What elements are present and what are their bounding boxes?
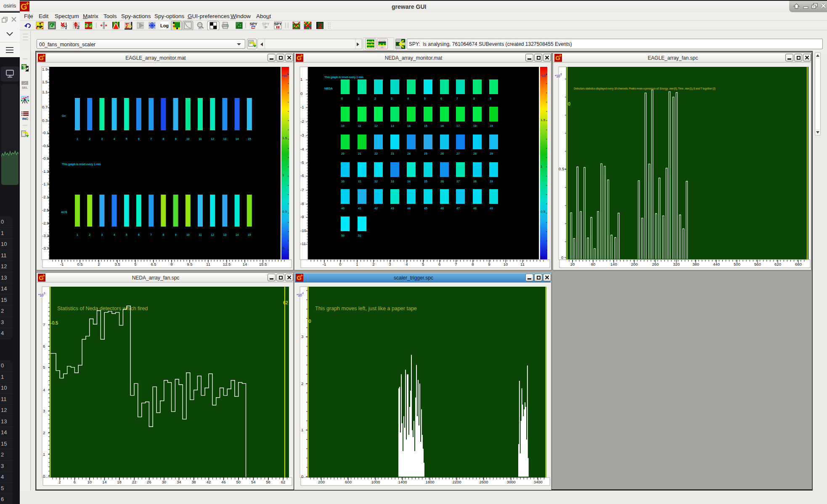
svg-text:5: 5: [424, 97, 426, 100]
svg-text:19: 19: [490, 124, 493, 127]
svg-text:28: 28: [473, 152, 477, 155]
svg-text:8: 8: [560, 73, 562, 76]
svg-text:9: 9: [490, 97, 491, 100]
svg-text:+: +: [559, 54, 562, 58]
svg-text:7: 7: [150, 137, 152, 140]
svg-text:23: 23: [391, 152, 394, 155]
svg-text:SPY: SPY: [249, 22, 257, 26]
svg-text:-2.9: -2.9: [42, 221, 49, 225]
svg-text:This graph moves left, just li: This graph moves left, just like a paper…: [315, 306, 417, 311]
svg-text:2: 2: [89, 137, 90, 140]
svg-text:13: 13: [223, 137, 227, 140]
svg-text:+: +: [300, 274, 303, 278]
svg-text:S: S: [23, 66, 26, 70]
svg-text:5: 5: [43, 365, 45, 369]
svg-text:62: 62: [283, 300, 288, 305]
svg-text:4: 4: [287, 73, 289, 76]
svg-text:2: 2: [89, 233, 90, 236]
svg-text:11: 11: [199, 137, 202, 140]
svg-text:8: 8: [162, 233, 164, 236]
svg-text:0: 0: [43, 474, 45, 478]
svg-text:INC: INC: [22, 117, 28, 121]
svg-text:0: 0: [568, 101, 570, 106]
svg-text:10: 10: [341, 124, 345, 127]
svg-text:13: 13: [391, 124, 394, 127]
svg-text:-7: -7: [300, 187, 304, 192]
svg-text:15: 15: [248, 137, 251, 140]
svg-text:27: 27: [456, 152, 460, 155]
svg-text:7: 7: [43, 322, 45, 327]
svg-text:+: +: [42, 54, 45, 58]
svg-text:SPY: SPY: [274, 22, 281, 26]
svg-text:-3.7: -3.7: [42, 246, 49, 251]
svg-text:2: 2: [301, 381, 303, 386]
svg-text:15: 15: [424, 124, 427, 127]
svg-text:7: 7: [150, 233, 152, 236]
svg-text:44: 44: [407, 207, 411, 210]
svg-text:2: 2: [374, 97, 376, 100]
svg-text:3: 3: [391, 97, 392, 100]
svg-text:*10: *10: [555, 74, 560, 78]
svg-text:6: 6: [138, 137, 140, 140]
svg-text:-1.3: -1.3: [42, 169, 49, 174]
svg-text:36: 36: [440, 180, 444, 183]
svg-text:34: 34: [407, 180, 411, 183]
svg-text:-4: -4: [300, 147, 304, 151]
svg-text:37: 37: [456, 180, 460, 183]
svg-text:43: 43: [391, 207, 394, 210]
svg-text:11: 11: [199, 233, 202, 236]
svg-text:*10: *10: [38, 293, 44, 297]
svg-text:35: 35: [424, 180, 427, 183]
svg-text:3: 3: [101, 233, 103, 236]
svg-text:0.5: 0.5: [541, 210, 546, 214]
svg-text:-3: -3: [300, 133, 304, 137]
svg-text:-8: -8: [300, 201, 304, 206]
svg-text:8: 8: [473, 97, 475, 100]
svg-text:*10: *10: [282, 74, 287, 78]
svg-text:4: 4: [114, 137, 115, 140]
svg-text:1: 1: [43, 452, 45, 457]
svg-text:0: 0: [300, 91, 302, 96]
svg-text:6: 6: [138, 233, 140, 236]
svg-text:-0.5: -0.5: [42, 143, 49, 148]
svg-text:1: 1: [282, 173, 284, 177]
svg-text:29: 29: [490, 152, 493, 155]
svg-text:47: 47: [456, 207, 460, 210]
svg-text:-2.1: -2.1: [42, 195, 49, 199]
svg-text:4: 4: [302, 292, 304, 295]
svg-text:26: 26: [440, 152, 444, 155]
svg-text:6: 6: [43, 344, 45, 348]
svg-text:32: 32: [374, 180, 378, 183]
svg-text:1: 1: [541, 165, 543, 169]
svg-text:-1.7: -1.7: [42, 182, 49, 186]
svg-text:+: +: [26, 1, 29, 7]
svg-text:Detectors statistics displayed: Detectors statistics displayed every 10 …: [574, 87, 716, 90]
svg-text:2D: 2D: [127, 24, 132, 29]
svg-text:49: 49: [490, 207, 493, 210]
svg-text:17: 17: [456, 124, 460, 127]
svg-text:0: 0: [561, 255, 563, 260]
svg-text:*10: *10: [541, 74, 546, 78]
svg-text:12: 12: [211, 233, 214, 236]
svg-text:30: 30: [341, 180, 345, 183]
svg-text:1: 1: [77, 137, 78, 140]
svg-text:50: 50: [341, 234, 345, 237]
svg-text:3: 3: [546, 73, 547, 76]
svg-text:Z: Z: [318, 23, 322, 29]
svg-text:Log: Log: [160, 23, 169, 28]
svg-text:9: 9: [175, 137, 177, 140]
svg-text:4: 4: [407, 97, 409, 100]
svg-text:-5: -5: [300, 160, 304, 165]
svg-text:33: 33: [391, 180, 394, 183]
svg-text:0.5: 0.5: [559, 166, 564, 171]
svg-text:41: 41: [358, 207, 361, 210]
svg-text:24: 24: [407, 152, 411, 155]
svg-text:+: +: [42, 274, 45, 278]
svg-text:-11: -11: [300, 241, 306, 246]
svg-text:0: 0: [341, 97, 343, 100]
svg-text:SPY: SPY: [262, 22, 269, 26]
svg-text:1.9: 1.9: [42, 67, 48, 71]
svg-text:-10: -10: [300, 228, 306, 233]
svg-text:9: 9: [175, 233, 177, 236]
svg-text:12: 12: [211, 137, 214, 140]
